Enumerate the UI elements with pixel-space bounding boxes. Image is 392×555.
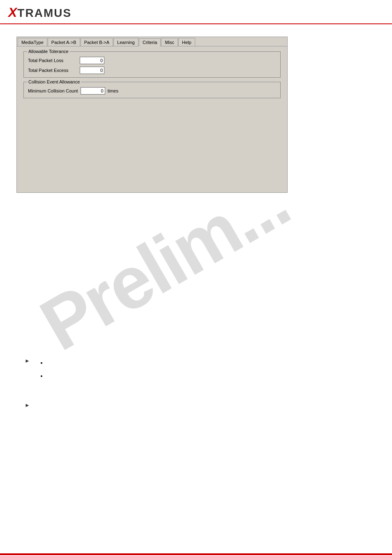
tab-packet-ab[interactable]: Packet A->B bbox=[48, 38, 80, 46]
allowable-tolerance-group: Allowable Tolerance Total Packet Loss To… bbox=[23, 51, 281, 78]
tab-bar: MediaType Packet A->B Packet B->A Learni… bbox=[17, 37, 287, 46]
bullet-item-2 bbox=[46, 372, 48, 379]
tab-help[interactable]: Help bbox=[178, 38, 195, 46]
tab-panel: MediaType Packet A->B Packet B->A Learni… bbox=[16, 37, 288, 193]
footer-bar bbox=[0, 553, 392, 555]
total-packet-loss-label: Total Packet Loss bbox=[28, 58, 77, 63]
bullet-paragraph bbox=[34, 402, 35, 407]
total-packet-excess-row: Total Packet Excess bbox=[28, 67, 276, 74]
total-packet-excess-input[interactable] bbox=[80, 67, 104, 74]
tab-mediatype[interactable]: MediaType bbox=[18, 38, 47, 46]
tab-packet-ba[interactable]: Packet B->A bbox=[81, 38, 113, 46]
bullet-section-1: ► bbox=[16, 357, 376, 385]
collision-unit: times bbox=[108, 88, 118, 93]
minimum-collision-label: Minimum Collision Count bbox=[28, 88, 78, 93]
allowable-tolerance-title: Allowable Tolerance bbox=[27, 49, 70, 54]
arrow-icon-1: ► bbox=[25, 358, 30, 364]
logo-rest: TRAMUS bbox=[17, 7, 71, 19]
header: XTRAMUS bbox=[0, 0, 392, 24]
minimum-collision-row: Minimum Collision Count times bbox=[28, 87, 276, 95]
collision-event-title: Collision Event Allowance bbox=[27, 79, 81, 84]
logo-x: X bbox=[8, 5, 17, 20]
tab-learning[interactable]: Learning bbox=[113, 38, 138, 46]
bullet-item-1 bbox=[46, 359, 48, 366]
total-packet-loss-input[interactable] bbox=[80, 57, 104, 64]
tab-misc[interactable]: Misc bbox=[161, 38, 178, 46]
bullet-section-2: ► bbox=[16, 402, 376, 408]
bullet-arrow-2: ► bbox=[25, 402, 367, 408]
minimum-collision-input[interactable] bbox=[81, 87, 105, 95]
main-content: MediaType Packet A->B Packet B->A Learni… bbox=[0, 24, 392, 420]
bullet-list-1 bbox=[34, 359, 48, 379]
total-packet-loss-row: Total Packet Loss bbox=[28, 57, 276, 64]
criteria-tab-content: Allowable Tolerance Total Packet Loss To… bbox=[17, 46, 287, 107]
arrow-icon-2: ► bbox=[25, 402, 30, 408]
tab-criteria[interactable]: Criteria bbox=[139, 38, 161, 46]
collision-event-group: Collision Event Allowance Minimum Collis… bbox=[23, 82, 281, 98]
bullet-arrow-1: ► bbox=[25, 357, 367, 385]
logo: XTRAMUS bbox=[8, 5, 71, 20]
total-packet-excess-label: Total Packet Excess bbox=[28, 68, 77, 73]
